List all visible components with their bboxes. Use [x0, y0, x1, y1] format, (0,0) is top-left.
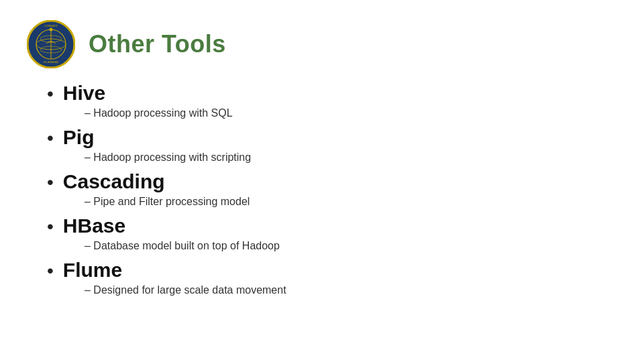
item-label: Cascading: [63, 170, 165, 193]
bullet-icon: •: [47, 217, 54, 236]
sub-item: – Hadoop processing with SQL: [47, 107, 604, 119]
slide-header: ISLAMABAD COMSATS Other Tools: [27, 20, 604, 68]
slide: ISLAMABAD COMSATS Other Tools •Hive– Had…: [0, 0, 644, 362]
list-item: •Flume: [47, 259, 604, 282]
item-label: Pig: [63, 126, 95, 149]
list-item: •Hive: [47, 82, 604, 105]
content-list: •Hive– Hadoop processing with SQL•Pig– H…: [27, 82, 604, 296]
svg-text:COMSATS: COMSATS: [44, 24, 58, 27]
list-item: •HBase: [47, 215, 604, 237]
slide-title: Other Tools: [89, 30, 226, 58]
svg-text:ISLAMABAD: ISLAMABAD: [44, 60, 59, 64]
item-label: HBase: [63, 215, 125, 237]
list-item: •Pig: [47, 126, 604, 149]
bullet-icon: •: [47, 261, 54, 280]
sub-label: – Database model built on top of Hadoop: [85, 240, 280, 251]
sub-item: – Hadoop processing with scripting: [47, 152, 604, 164]
list-item: •Cascading: [47, 170, 604, 193]
sub-item: – Database model built on top of Hadoop: [47, 240, 604, 252]
university-logo: ISLAMABAD COMSATS: [27, 20, 75, 68]
sub-item: – Designed for large scale data movement: [47, 284, 604, 296]
item-label: Flume: [63, 259, 122, 282]
sub-label: – Hadoop processing with scripting: [85, 152, 251, 163]
bullet-icon: •: [47, 84, 54, 103]
bullet-icon: •: [47, 129, 54, 147]
bullet-icon: •: [47, 173, 54, 192]
sub-label: – Hadoop processing with SQL: [85, 107, 233, 119]
svg-point-6: [50, 28, 53, 32]
sub-item: – Pipe and Filter processing model: [47, 196, 604, 208]
sub-label: – Pipe and Filter processing model: [85, 196, 250, 207]
sub-label: – Designed for large scale data movement: [85, 284, 286, 296]
item-label: Hive: [63, 82, 105, 105]
